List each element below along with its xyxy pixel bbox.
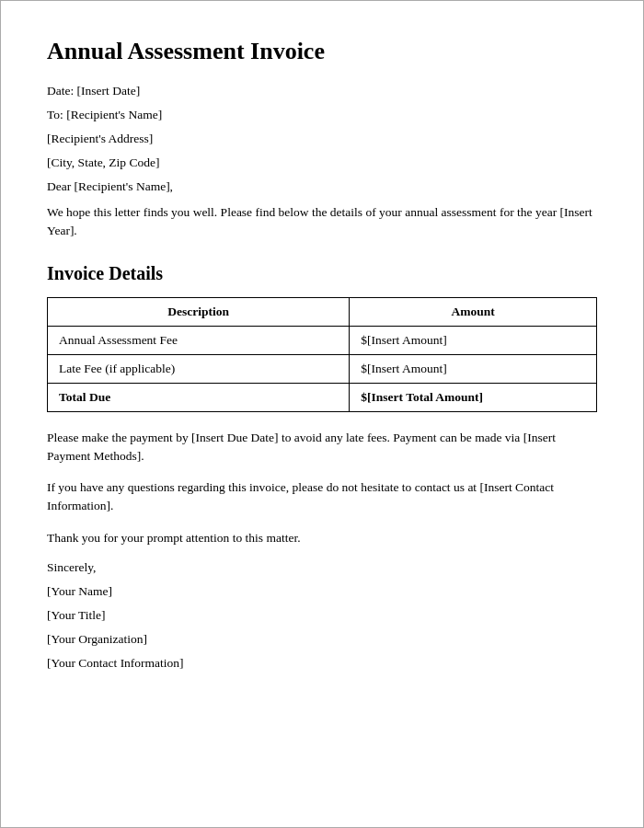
table-row: Late Fee (if applicable)$[Insert Amount] [48,354,597,383]
your-title-field: [Your Title] [47,608,597,623]
intro-paragraph: We hope this letter finds you well. Plea… [47,203,597,241]
document-title: Annual Assessment Invoice [47,38,597,65]
table-cell-amount: $[Insert Amount] [350,326,597,354]
your-name-field: [Your Name] [47,584,597,599]
table-cell-amount: $[Insert Total Amount] [350,383,597,411]
table-header-row: Description Amount [48,297,597,326]
questions-paragraph: If you have any questions regarding this… [47,478,597,516]
sincerely-label: Sincerely, [47,560,597,575]
document-page: Annual Assessment Invoice Date: [Insert … [0,0,644,828]
city-field: [City, State, Zip Code] [47,155,597,170]
your-organization-field: [Your Organization] [47,632,597,647]
table-header-amount: Amount [350,297,597,326]
your-contact-field: [Your Contact Information] [47,656,597,671]
payment-paragraph: Please make the payment by [Insert Due D… [47,429,597,466]
to-field: To: [Recipient's Name] [47,108,597,122]
invoice-table: Description Amount Annual Assessment Fee… [47,297,597,412]
address-field: [Recipient's Address] [47,132,597,146]
thanks-paragraph: Thank you for your prompt attention to t… [47,529,597,547]
invoice-section-title: Invoice Details [47,263,597,284]
table-header-description: Description [48,297,350,326]
table-cell-amount: $[Insert Amount] [350,354,597,383]
table-cell-description: Total Due [48,383,350,411]
closing-block: Sincerely, [Your Name] [Your Title] [You… [47,560,597,671]
table-row: Total Due$[Insert Total Amount] [48,383,597,411]
table-cell-description: Annual Assessment Fee [48,326,350,354]
date-field: Date: [Insert Date] [47,84,597,98]
table-cell-description: Late Fee (if applicable) [48,354,350,383]
dear-field: Dear [Recipient's Name], [47,179,597,194]
table-row: Annual Assessment Fee$[Insert Amount] [48,326,597,354]
